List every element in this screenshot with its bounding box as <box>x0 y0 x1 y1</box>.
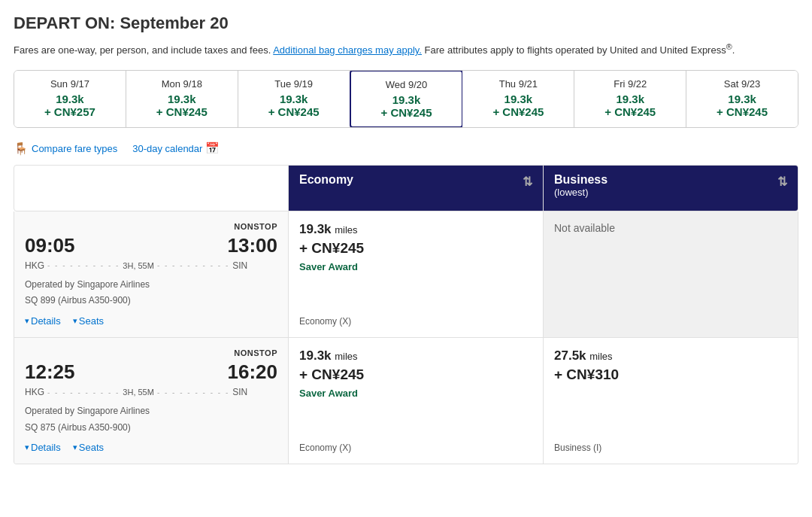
depart-date: September 20 <box>120 14 228 32</box>
compare-icon: 🪑 <box>14 141 29 156</box>
date-card-miles: 19.3k <box>357 93 456 106</box>
origin: HKG <box>25 260 44 271</box>
economy-fee: + CN¥245 <box>299 366 532 383</box>
economy-sort-icon[interactable]: ⇅ <box>523 175 532 189</box>
date-card-miles: 19.3k <box>468 93 568 105</box>
chevron-down-icon2: ▾ <box>73 442 77 452</box>
toolbar: 🪑 Compare fare types 30-day calendar 📅 <box>14 141 798 156</box>
calendar-label: 30-day calendar <box>132 143 202 154</box>
flight-info-0: NONSTOP 09:05 13:00 HKG - - - - - - - - … <box>14 211 289 337</box>
route-dots2: - - - - - - - - - - <box>157 388 229 397</box>
fare-note-period: . <box>732 44 735 56</box>
flight-row-0: NONSTOP 09:05 13:00 HKG - - - - - - - - … <box>14 211 798 338</box>
date-card-label: Fri 9/22 <box>580 78 680 90</box>
business-miles: 27.5k miles <box>554 348 787 363</box>
business-label: Business <box>554 173 607 187</box>
business-fee: + CN¥310 <box>554 366 787 383</box>
business-fare-content: 27.5k miles + CN¥310 <box>554 348 787 383</box>
flights-list: NONSTOP 09:05 13:00 HKG - - - - - - - - … <box>14 211 798 464</box>
date-card-price: + CN¥245 <box>692 105 792 118</box>
nonstop-label: NONSTOP <box>25 222 277 231</box>
date-card-5[interactable]: Fri 9/22 19.3k + CN¥245 <box>574 71 686 127</box>
economy-fare-type: Economy (X) <box>299 442 532 453</box>
economy-award: Saver Award <box>299 261 532 272</box>
route-dots: - - - - - - - - - - <box>47 388 120 397</box>
date-card-label: Sat 9/23 <box>692 78 792 90</box>
flights-col-header <box>14 166 289 211</box>
date-card-4[interactable]: Thu 9/21 19.3k + CN¥245 <box>462 71 574 127</box>
seats-link-0[interactable]: ▾ Seats <box>73 315 104 327</box>
business-cell-0: Not available <box>544 211 798 337</box>
route-row: HKG - - - - - - - - - - 3H, 55M - - - - … <box>25 260 277 271</box>
economy-fee: + CN¥245 <box>299 240 532 257</box>
route-dots2: - - - - - - - - - - <box>157 261 229 269</box>
page-title: DEPART ON: September 20 <box>14 14 798 33</box>
results-grid: Economy ⇅ Business (lowest) ⇅ <box>14 165 798 211</box>
seats-label: Seats <box>79 442 104 453</box>
date-card-price: + CN¥245 <box>580 105 680 118</box>
nonstop-label: NONSTOP <box>25 348 277 357</box>
date-card-label: Mon 9/18 <box>132 78 232 90</box>
date-card-miles: 19.3k <box>692 93 792 105</box>
compare-fares-link[interactable]: 🪑 Compare fare types <box>14 141 117 156</box>
details-link-0[interactable]: ▾ Details <box>25 315 61 327</box>
economy-award: Saver Award <box>299 388 532 399</box>
dest: SIN <box>232 387 247 397</box>
date-card-miles: 19.3k <box>20 93 120 105</box>
date-card-2[interactable]: Tue 9/19 19.3k + CN¥245 <box>238 71 350 127</box>
depart-time: 12:25 <box>25 360 75 384</box>
bag-charges-link[interactable]: Additional bag charges may apply. <box>273 44 422 56</box>
date-card-price: + CN¥245 <box>357 106 456 119</box>
depart-label: DEPART ON: <box>14 14 115 32</box>
economy-cell-1: 19.3k miles + CN¥245 Saver Award Economy… <box>289 338 544 464</box>
flight-links: ▾ Details ▾ Seats <box>25 315 277 327</box>
business-sub-label: (lowest) <box>554 187 607 198</box>
date-card-miles: 19.3k <box>244 93 344 105</box>
times-row: 12:25 16:20 <box>25 360 277 384</box>
operator: Operated by Singapore Airlines <box>25 403 277 420</box>
date-card-price: + CN¥245 <box>468 105 568 118</box>
operator: Operated by Singapore Airlines <box>25 277 277 293</box>
flight-info-1: NONSTOP 12:25 16:20 HKG - - - - - - - - … <box>14 338 289 464</box>
route-row: HKG - - - - - - - - - - 3H, 55M - - - - … <box>25 387 277 397</box>
fare-note: Fares are one-way, per person, and inclu… <box>14 41 798 58</box>
chevron-down-icon: ▾ <box>25 316 29 326</box>
route-dots: - - - - - - - - - - <box>47 261 120 269</box>
duration: 3H, 55M <box>123 261 154 270</box>
date-card-1[interactable]: Mon 9/18 19.3k + CN¥245 <box>126 71 238 127</box>
flight-meta: Operated by Singapore Airlines SQ 899 (A… <box>25 277 277 309</box>
economy-label: Economy <box>299 173 353 187</box>
details-label: Details <box>31 315 61 327</box>
compare-fares-label: Compare fare types <box>32 143 117 154</box>
details-link-1[interactable]: ▾ Details <box>25 442 61 453</box>
registered-mark: ® <box>726 42 732 51</box>
business-col-header: Business (lowest) ⇅ <box>544 166 798 211</box>
fare-note-text2: Fare attributes apply to flights operate… <box>425 44 726 56</box>
chevron-down-icon2: ▾ <box>73 316 77 326</box>
chevron-down-icon: ▾ <box>25 442 29 452</box>
business-header-text: Business (lowest) <box>554 173 607 198</box>
economy-fare-type: Economy (X) <box>299 316 532 327</box>
economy-cell-0: 19.3k miles + CN¥245 Saver Award Economy… <box>289 211 544 337</box>
page-container: DEPART ON: September 20 Fares are one-wa… <box>0 0 812 464</box>
date-selector: Sun 9/17 19.3k + CN¥257 Mon 9/18 19.3k +… <box>14 70 798 128</box>
flight-meta: Operated by Singapore Airlines SQ 875 (A… <box>25 403 277 436</box>
flight-row-1: NONSTOP 12:25 16:20 HKG - - - - - - - - … <box>14 338 798 464</box>
economy-fare-content: 19.3k miles + CN¥245 Saver Award <box>299 348 532 399</box>
calendar-link[interactable]: 30-day calendar 📅 <box>132 141 220 155</box>
seats-link-1[interactable]: ▾ Seats <box>73 442 104 453</box>
date-card-6[interactable]: Sat 9/23 19.3k + CN¥245 <box>686 71 798 127</box>
date-card-label: Wed 9/20 <box>357 79 456 90</box>
date-card-price: + CN¥257 <box>20 105 120 118</box>
date-card-3[interactable]: Wed 9/20 19.3k + CN¥245 <box>350 70 464 128</box>
business-fare-type: Business (I) <box>554 442 787 453</box>
aircraft: SQ 875 (Airbus A350-900) <box>25 420 277 436</box>
date-card-label: Sun 9/17 <box>20 78 120 90</box>
not-available-text: Not available <box>554 222 615 234</box>
date-card-label: Tue 9/19 <box>244 78 344 90</box>
dest: SIN <box>232 260 247 271</box>
duration: 3H, 55M <box>123 388 154 397</box>
business-sort-icon[interactable]: ⇅ <box>777 175 787 189</box>
date-card-0[interactable]: Sun 9/17 19.3k + CN¥257 <box>14 71 126 127</box>
arrive-time: 16:20 <box>228 360 278 384</box>
